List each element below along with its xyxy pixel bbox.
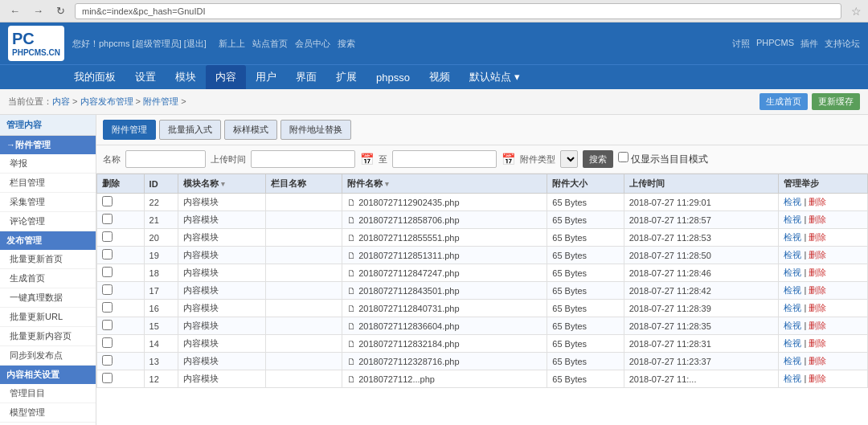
tab-attachment-replace[interactable]: 附件地址替换 xyxy=(280,120,351,140)
only-current-checkbox[interactable] xyxy=(618,152,628,162)
tab-batch-insert[interactable]: 批量插入式 xyxy=(159,120,221,140)
col-module[interactable]: 模块名称 ▾ xyxy=(178,174,265,194)
sidebar-item-batch-url[interactable]: 批量更新URL xyxy=(0,308,96,327)
cell-delete[interactable] xyxy=(97,300,145,317)
nav-link-member[interactable]: 会员中心 xyxy=(295,39,330,48)
cell-delete[interactable] xyxy=(97,335,145,353)
sidebar-item-column[interactable]: 栏目管理 xyxy=(0,174,96,193)
cell-delete[interactable] xyxy=(97,353,145,370)
nav-settings[interactable]: 设置 xyxy=(125,65,166,89)
row-checkbox[interactable] xyxy=(102,284,113,295)
cell-delete[interactable] xyxy=(97,317,145,335)
nav-interface[interactable]: 界面 xyxy=(286,65,326,89)
view-link[interactable]: 检视 xyxy=(784,215,801,224)
link-photo[interactable]: 讨照 xyxy=(732,38,750,50)
cell-delete[interactable] xyxy=(97,247,145,264)
cell-actions[interactable]: 检视 | 删除 xyxy=(779,335,868,353)
breadcrumb-attachment[interactable]: 附件管理 xyxy=(143,96,178,106)
cell-actions[interactable]: 检视 | 删除 xyxy=(779,194,868,211)
row-checkbox[interactable] xyxy=(102,231,113,242)
row-checkbox[interactable] xyxy=(102,373,113,383)
row-checkbox[interactable] xyxy=(102,355,113,366)
cell-delete[interactable] xyxy=(97,370,145,388)
col-filename[interactable]: 附件名称 ▾ xyxy=(342,174,547,194)
sidebar-item-gen-home[interactable]: 生成首页 xyxy=(0,269,96,288)
nav-modules[interactable]: 模块 xyxy=(166,65,206,89)
nav-link-home[interactable]: 站点首页 xyxy=(252,39,288,48)
breadcrumb-publish[interactable]: 内容发布管理 xyxy=(80,96,133,106)
forward-button[interactable]: → xyxy=(30,3,47,18)
view-link[interactable]: 检视 xyxy=(784,303,801,313)
sidebar-item-one-key[interactable]: 一键真理数据 xyxy=(0,288,96,308)
delete-link[interactable]: 删除 xyxy=(809,197,826,206)
view-link[interactable]: 检视 xyxy=(784,338,801,348)
view-link[interactable]: 检视 xyxy=(784,374,801,383)
generate-home-button[interactable]: 生成首页 xyxy=(760,93,808,110)
type-filter-select[interactable] xyxy=(560,150,578,168)
delete-link[interactable]: 删除 xyxy=(809,232,826,242)
nav-video[interactable]: 视频 xyxy=(420,65,460,89)
tab-attachment-manage[interactable]: 附件管理 xyxy=(103,120,156,140)
link-support[interactable]: 支持论坛 xyxy=(825,38,860,50)
nav-phpsso[interactable]: phpsso xyxy=(366,67,420,88)
cell-actions[interactable]: 检视 | 删除 xyxy=(779,353,868,370)
cell-actions[interactable]: 检视 | 删除 xyxy=(779,282,868,300)
sidebar-item-batch-content[interactable]: 批量更新内容页 xyxy=(0,327,96,346)
calendar-end-icon[interactable]: 📅 xyxy=(502,153,515,166)
cell-actions[interactable]: 检视 | 删除 xyxy=(779,211,868,229)
cell-actions[interactable]: 检视 | 删除 xyxy=(779,247,868,264)
cell-actions[interactable]: 检视 | 删除 xyxy=(779,370,868,388)
cell-actions[interactable]: 检视 | 删除 xyxy=(779,300,868,317)
nav-content[interactable]: 内容 xyxy=(206,65,246,89)
view-link[interactable]: 检视 xyxy=(784,356,801,366)
row-checkbox[interactable] xyxy=(102,320,113,330)
link-plugin[interactable]: 插件 xyxy=(800,38,818,50)
sidebar-item-report[interactable]: 举报 xyxy=(0,154,96,174)
cell-delete[interactable] xyxy=(97,211,145,229)
delete-link[interactable]: 删除 xyxy=(809,250,826,259)
bookmark-icon[interactable]: ☆ xyxy=(851,5,862,18)
tab-label-mode[interactable]: 标样模式 xyxy=(224,120,277,140)
cell-actions[interactable]: 检视 | 删除 xyxy=(779,264,868,282)
name-filter-input[interactable] xyxy=(125,150,206,168)
row-checkbox[interactable] xyxy=(102,337,113,348)
view-link[interactable]: 检视 xyxy=(784,321,801,330)
sidebar-item-model[interactable]: 模型管理 xyxy=(0,403,96,423)
search-button[interactable]: 搜索 xyxy=(583,150,613,168)
sidebar-item-sync[interactable]: 同步到发布点 xyxy=(0,346,96,366)
breadcrumb-content[interactable]: 内容 xyxy=(52,96,70,106)
time-start-input[interactable] xyxy=(251,150,355,168)
row-checkbox[interactable] xyxy=(102,302,113,313)
nav-users[interactable]: 用户 xyxy=(246,65,286,89)
cell-delete[interactable] xyxy=(97,282,145,300)
view-link[interactable]: 检视 xyxy=(784,285,801,295)
link-phpcms[interactable]: PHPCMS xyxy=(756,38,794,50)
reload-button[interactable]: ↻ xyxy=(53,3,68,18)
sidebar-item-batch-home[interactable]: 批量更新首页 xyxy=(0,250,96,269)
cell-actions[interactable]: 检视 | 删除 xyxy=(779,317,868,335)
sidebar-item-manage-dir[interactable]: 管理目目 xyxy=(0,384,96,403)
delete-link[interactable]: 删除 xyxy=(809,285,826,295)
nav-dashboard[interactable]: 我的面板 xyxy=(64,65,125,89)
row-checkbox[interactable] xyxy=(102,214,113,224)
nav-extend[interactable]: 扩展 xyxy=(326,65,366,89)
delete-link[interactable]: 删除 xyxy=(809,374,826,383)
cell-delete[interactable] xyxy=(97,264,145,282)
back-button[interactable]: ← xyxy=(6,3,23,18)
view-link[interactable]: 检视 xyxy=(784,232,801,242)
sidebar-item-comment[interactable]: 评论管理 xyxy=(0,212,96,231)
view-link[interactable]: 检视 xyxy=(784,268,801,277)
cell-delete[interactable] xyxy=(97,229,145,247)
view-link[interactable]: 检视 xyxy=(784,197,801,206)
nav-link-newup[interactable]: 新上上 xyxy=(219,39,245,48)
time-end-input[interactable] xyxy=(392,150,497,168)
row-checkbox[interactable] xyxy=(102,249,113,259)
nav-link-search[interactable]: 搜索 xyxy=(338,39,355,48)
update-cache-button[interactable]: 更新缓存 xyxy=(812,93,860,110)
sidebar-item-collect[interactable]: 采集管理 xyxy=(0,193,96,212)
delete-link[interactable]: 删除 xyxy=(809,215,826,224)
calendar-start-icon[interactable]: 📅 xyxy=(360,153,374,166)
cell-actions[interactable]: 检视 | 删除 xyxy=(779,229,868,247)
cell-delete[interactable] xyxy=(97,194,145,211)
delete-link[interactable]: 删除 xyxy=(809,338,826,348)
